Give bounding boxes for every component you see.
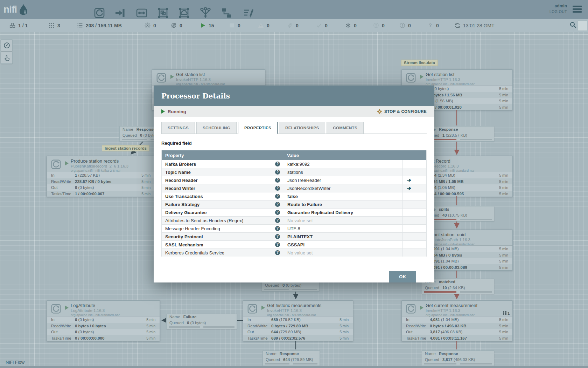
go-to-service-icon[interactable]: ➔ (407, 185, 411, 191)
processor-title: Produce station records (71, 158, 128, 164)
processor-title: Get historic measurements (267, 303, 321, 308)
tab-scheduling[interactable]: SCHEDULING (196, 122, 237, 134)
process-group-icon[interactable] (157, 7, 169, 19)
processor-type: PublishKafkaRecord_2_6 1.16.3 (71, 164, 128, 169)
help-icon[interactable]: ? (275, 242, 280, 247)
processor-type: InvokeHTTP 1.16.3 (426, 308, 477, 313)
nifi-logo: nifi (4, 4, 29, 15)
property-value[interactable]: JsonTreeReader (287, 178, 321, 183)
property-row-failure-strategy: Failure Strategy ? Route to Failure (162, 200, 426, 209)
help-icon[interactable]: ? (275, 250, 280, 255)
app-header: nifi admin LOG OUT (0, 0, 588, 19)
status-not-transmitting: 0 (171, 19, 182, 32)
help-icon[interactable]: ? (275, 210, 280, 215)
output-port-icon[interactable] (136, 7, 148, 19)
run-status-label: Running (168, 109, 186, 114)
property-value[interactable]: Route to Failure (287, 202, 322, 207)
processor-bundle: org.apache.nifi - nifi-standard-nar (426, 313, 477, 317)
running-icon (65, 161, 69, 165)
help-icon[interactable]: ? (275, 170, 280, 175)
refresh-control[interactable]: 13:01:28 GMT (455, 19, 495, 32)
stop-and-configure-button[interactable]: STOP & CONFIGURE (377, 109, 427, 114)
tab-properties[interactable]: PROPERTIES (238, 122, 278, 134)
property-value[interactable]: JsonRecordSetWriter (287, 186, 330, 191)
search-input-toggle[interactable] (578, 20, 587, 31)
go-to-service-icon[interactable]: ➔ (407, 177, 411, 183)
username-label: admin (550, 3, 567, 9)
bottom-scrollbar[interactable] (0, 366, 588, 368)
remote-process-group-icon[interactable] (178, 7, 190, 19)
tab-comments[interactable]: COMMENTS (327, 122, 363, 134)
stat-row: In689 (179.52 KB)5 min (243, 316, 353, 323)
processor-title: LogAttribute (71, 303, 120, 308)
processor-icon[interactable] (93, 7, 105, 19)
template-icon[interactable] (220, 7, 232, 19)
property-row-message-header-encoding: Message Header Encoding ? UTF-8 (162, 225, 426, 233)
property-value[interactable]: kafka:9092 (287, 162, 310, 167)
status-bar: 1 / 13208 / 159.11 MB00150000000?013:01:… (0, 19, 588, 32)
connection-label-response[interactable]: NameResponse Queued3,817 (496.03 KB) (422, 350, 494, 366)
status-count: 0 (408, 23, 411, 28)
status-cluster: 1 / 1 (9, 19, 28, 32)
required-field-label: Required field (161, 141, 427, 146)
property-row-record-writer: Record Writer ? JsonRecordSetWriter ➔ (162, 184, 426, 192)
property-row-record-reader: Record Reader ? JsonTreeReader ➔ (162, 176, 426, 184)
ok-button[interactable]: OK (389, 271, 416, 282)
help-icon[interactable]: ? (275, 194, 280, 199)
funnel-icon[interactable] (200, 7, 211, 19)
property-name: Message Header Encoding (165, 226, 220, 231)
processor-title: Get current measurement (426, 303, 477, 308)
gear-icon (377, 109, 382, 114)
help-icon[interactable]: ? (275, 186, 280, 191)
processor-get-historic-measurements[interactable]: Get historic measurements InvokeHTTP 1.1… (243, 300, 353, 341)
status-threads: 3 (49, 19, 60, 32)
processor-icon (247, 304, 258, 315)
search-icon[interactable] (570, 22, 576, 30)
grid-icon (503, 311, 506, 315)
connection-label-response[interactable]: NameResponse Queued644 (729.89 MB) (262, 350, 320, 366)
stat-row: Out0 (0 bytes)5 min (47, 329, 160, 335)
property-value[interactable]: false (287, 194, 298, 199)
processor-produce-station-records[interactable]: Produce station records PublishKafkaReco… (47, 156, 155, 197)
label-icon[interactable] (243, 7, 255, 19)
cluster-node-badge: 1 (503, 311, 510, 315)
help-icon[interactable]: ? (275, 162, 280, 166)
help-icon[interactable]: ? (275, 218, 280, 223)
nifi-canvas[interactable]: Get station list InvokeHTTP 1.16.3 org.a… (0, 0, 588, 368)
connection-label-failure[interactable]: NameFailure Queued0 (0 bytes) (166, 314, 237, 329)
label-stream-live-data[interactable]: Stream live-data (401, 60, 438, 66)
processor-icon (51, 159, 61, 171)
stat-row: In1 (228.57 KB)5 min (47, 172, 155, 178)
status-count: 0 (382, 23, 385, 28)
breadcrumb[interactable]: NiFi Flow (6, 360, 24, 365)
property-value[interactable]: PLAINTEXT (287, 234, 313, 239)
property-row-kerberos-credentials-service: Kerberos Credentials Service ? No value … (162, 249, 426, 257)
tab-relationships[interactable]: RELATIONSHIPS (279, 122, 325, 134)
processor-get-current-measurement[interactable]: Get current measurement InvokeHTTP 1.16.… (401, 300, 513, 341)
status-stopped: 0 (229, 19, 240, 32)
processor-logattribute[interactable]: LogAttribute LogAttribute 1.16.3 org.apa… (47, 300, 160, 341)
property-value[interactable]: UTF-8 (287, 226, 300, 231)
property-value[interactable]: No value set (287, 250, 313, 255)
label-ingest-station-records[interactable]: Ingest station records (102, 145, 149, 151)
property-value[interactable]: stations (287, 170, 303, 175)
property-value[interactable]: No value set (287, 218, 313, 223)
help-icon[interactable]: ? (275, 202, 280, 207)
help-icon[interactable]: ? (275, 234, 280, 239)
status-count: 0 (296, 23, 299, 28)
property-value[interactable]: Guarantee Replicated Delivery (287, 210, 353, 215)
stat-row: Read/Write0 bytes / 0 bytes5 min (47, 323, 160, 329)
help-icon[interactable]: ? (275, 226, 280, 231)
help-icon[interactable]: ? (275, 178, 280, 183)
stat-row: Tasks/Time4,081 / 00:03:11.1675 min (402, 335, 512, 341)
processor-title: Get station list (176, 72, 225, 77)
property-value[interactable]: GSSAPI (287, 242, 304, 247)
logout-link[interactable]: LOG OUT (550, 9, 567, 15)
global-menu-icon[interactable] (573, 6, 582, 14)
input-port-icon[interactable] (114, 7, 126, 19)
status-count: 0 (436, 23, 439, 28)
tab-settings[interactable]: SETTINGS (161, 122, 195, 134)
compass-button[interactable] (1, 39, 13, 51)
property-row-attributes-to-send-as-headers-regex-: Attributes to Send as Headers (Regex) ? … (162, 217, 426, 225)
hand-button[interactable] (1, 52, 13, 64)
